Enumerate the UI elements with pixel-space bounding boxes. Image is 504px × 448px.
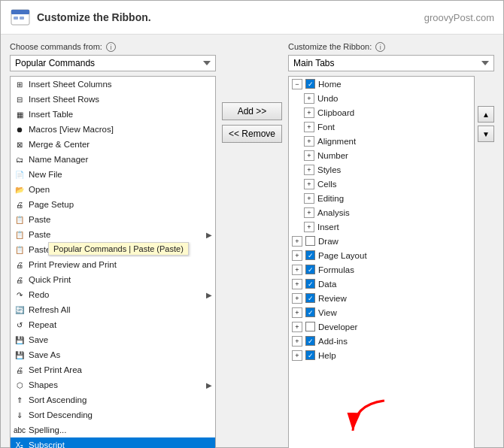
tree-checkbox[interactable]: ✓ [305, 293, 315, 303]
tree-expand-icon[interactable]: + [304, 150, 314, 161]
tree-expand-icon[interactable]: + [304, 136, 314, 147]
tree-item-undo[interactable]: +Undo [289, 91, 474, 105]
customize-ribbon-dropdown[interactable]: Main Tabs [288, 55, 494, 71]
list-item[interactable]: ⬡Shapes▶ [11, 377, 215, 392]
tree-checkbox[interactable] [305, 236, 315, 246]
tree-item-page-layout[interactable]: +✓Page Layout [289, 248, 474, 262]
submenu-arrow: ▶ [206, 231, 212, 239]
list-item[interactable]: 📂Open [11, 182, 215, 197]
commands-list[interactable]: ⊞Insert Sheet Columns⊟Insert Sheet Rows▦… [10, 76, 216, 448]
tree-item-data[interactable]: +✓Data [289, 277, 474, 291]
tree-item-developer[interactable]: +Developer [289, 319, 474, 334]
list-item[interactable]: ⊟Insert Sheet Rows [11, 92, 215, 107]
list-item[interactable]: ↺Repeat [11, 317, 215, 332]
svg-rect-3 [20, 17, 24, 20]
list-item[interactable]: 📄New File [11, 167, 215, 182]
right-side-buttons: ▲ ▼ [475, 76, 494, 448]
tree-expand-icon[interactable]: + [304, 122, 314, 132]
tree-expand-icon[interactable]: + [292, 250, 302, 261]
tree-checkbox[interactable] [305, 322, 315, 331]
list-item[interactable]: 📋Popular Commands | Paste (Paste)Paste [11, 242, 215, 257]
merge-icon: ⊠ [14, 138, 26, 150]
remove-button[interactable]: << Remove [222, 125, 282, 143]
list-item[interactable]: ⏺Macros [View Macros] [11, 122, 215, 137]
list-item[interactable]: 🖨Print Preview and Print [11, 257, 215, 272]
tree-item-draw[interactable]: +Draw [289, 234, 474, 248]
spelling-icon: abc [14, 424, 26, 436]
list-item[interactable]: ↷Redo▶ [11, 287, 215, 302]
tree-item-cells[interactable]: +Cells [289, 177, 474, 191]
tree-item-number[interactable]: +Number [289, 148, 474, 162]
tree-expand-icon[interactable]: + [292, 307, 302, 318]
tree-checkbox[interactable]: ✓ [305, 265, 315, 274]
list-item[interactable]: ▦Insert Table [11, 107, 215, 122]
list-item[interactable]: 💾Save [11, 332, 215, 347]
print-prev-icon: 🖨 [14, 259, 26, 271]
tree-expand-icon[interactable]: + [304, 165, 314, 175]
customize-info-icon[interactable]: i [375, 42, 385, 52]
list-item[interactable]: ⇑Sort Ascending [11, 392, 215, 407]
list-item[interactable]: ⊞Insert Sheet Columns [11, 77, 215, 92]
quick-print-icon: 🖨 [14, 274, 26, 286]
tree-expand-icon[interactable]: + [292, 265, 302, 275]
list-item-label: Merge & Center [29, 140, 90, 149]
tree-item-review[interactable]: +✓Review [289, 291, 474, 305]
list-item[interactable]: 🖨Page Setup [11, 197, 215, 212]
choose-commands-dropdown[interactable]: Popular Commands [10, 55, 216, 71]
tree-expand-icon[interactable]: + [304, 207, 314, 218]
tree-expand-icon[interactable]: + [292, 236, 302, 247]
tree-expand-icon[interactable]: + [292, 279, 302, 289]
tree-checkbox[interactable]: ✓ [305, 336, 315, 346]
tree-expand-icon[interactable]: + [304, 222, 314, 232]
move-down-button[interactable]: ▼ [478, 126, 494, 142]
tree-expand-icon[interactable]: + [304, 179, 314, 189]
list-item[interactable]: X₂Subscript [11, 437, 215, 448]
list-item[interactable]: 🗂Name Manager [11, 152, 215, 167]
list-item[interactable]: ⊠Merge & Center [11, 137, 215, 152]
tree-item-alignment[interactable]: +Alignment [289, 134, 474, 148]
tree-checkbox[interactable]: ✓ [305, 307, 315, 317]
tree-item-editing[interactable]: +Editing [289, 191, 474, 205]
tree-expand-icon[interactable]: + [292, 293, 302, 304]
tree-item-analysis[interactable]: +Analysis [289, 205, 474, 219]
tree-expand-icon[interactable]: + [292, 322, 302, 332]
list-item[interactable]: 🖨Quick Print [11, 272, 215, 287]
choose-info-icon[interactable]: i [106, 42, 116, 52]
list-item[interactable]: 💾Save As [11, 347, 215, 362]
tree-expand-icon[interactable]: + [304, 193, 314, 204]
tree-item-help[interactable]: +✓Help [289, 348, 474, 362]
list-item[interactable]: abcSpelling... [11, 422, 215, 437]
tree-item-clipboard[interactable]: +Clipboard [289, 105, 474, 120]
tree-checkbox[interactable]: ✓ [305, 250, 315, 260]
tree-item-home[interactable]: −✓Home [289, 77, 474, 91]
tree-checkbox[interactable]: ✓ [305, 79, 315, 89]
save-as-icon: 💾 [14, 349, 26, 361]
tree-item-view[interactable]: +✓View [289, 305, 474, 319]
list-item-label: Sort Ascending [29, 395, 87, 404]
add-button[interactable]: Add >> [222, 102, 282, 120]
tree-expand-icon[interactable]: + [292, 336, 302, 347]
list-item[interactable]: ⇓Sort Descending [11, 407, 215, 422]
tree-item-insert[interactable]: +Insert [289, 219, 474, 234]
list-item[interactable]: 🖨Set Print Area [11, 362, 215, 377]
tree-item-formulas[interactable]: +✓Formulas [289, 262, 474, 277]
tree-checkbox[interactable]: ✓ [305, 279, 315, 289]
list-item[interactable]: 📋Paste▶ [11, 227, 215, 242]
tree-expand-icon[interactable]: + [304, 107, 314, 118]
tree-expand-icon[interactable]: + [304, 93, 314, 104]
tree-item-font[interactable]: +Font [289, 120, 474, 134]
list-item-label: Paste [29, 245, 50, 254]
tree-checkbox[interactable]: ✓ [305, 350, 315, 360]
tree-item-label: Styles [317, 165, 341, 174]
tree-item-add-ins[interactable]: +✓Add-ins [289, 334, 474, 348]
refresh-all-icon: 🔄 [14, 304, 26, 316]
list-item[interactable]: 📋Paste [11, 212, 215, 227]
move-up-button[interactable]: ▲ [478, 106, 494, 123]
tree-expand-icon[interactable]: − [292, 79, 302, 89]
list-item[interactable]: 🔄Refresh All [11, 302, 215, 317]
tree-item-styles[interactable]: +Styles [289, 162, 474, 177]
list-item-label: Save As [29, 350, 60, 359]
ribbon-tree[interactable]: −✓Home+Undo+Clipboard+Font+Alignment+Num… [288, 76, 475, 448]
tree-expand-icon[interactable]: + [292, 350, 302, 361]
new-file-icon: 📄 [14, 168, 26, 180]
